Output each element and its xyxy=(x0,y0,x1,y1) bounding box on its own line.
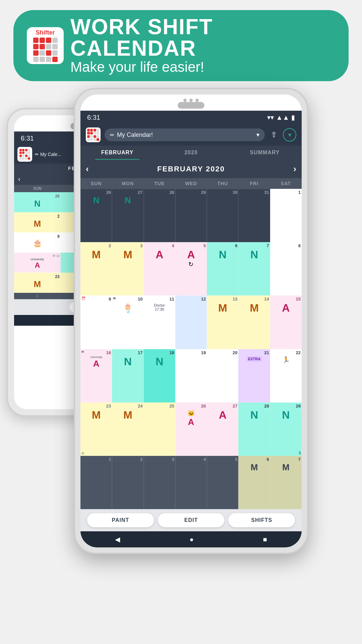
cal-cell-feb23[interactable]: ⚠ 23 M xyxy=(80,402,112,456)
cal-cell-mar2[interactable]: 2 xyxy=(112,456,143,509)
logo-cell xyxy=(33,38,39,43)
cal-cell-feb25[interactable]: 25 xyxy=(144,402,175,456)
cal-week-2: 2 M 3 M 4 A 5 A ↻ xyxy=(80,242,302,296)
back-cell-26[interactable]: 26 N xyxy=(14,192,61,212)
nav-home-icon[interactable]: ● xyxy=(189,536,193,543)
cal-cell-feb16[interactable]: ✉ 16 University A xyxy=(80,349,112,402)
cal-cell-feb8[interactable]: 8 xyxy=(270,242,302,296)
cal-cell-feb9[interactable]: ⏰ 9 xyxy=(80,296,112,349)
logo-cell xyxy=(52,44,58,49)
cal-cell-feb6[interactable]: 6 N xyxy=(207,242,238,296)
logo-cell-small xyxy=(87,132,90,135)
cal-cell-feb26[interactable]: 26 🐱 A xyxy=(175,402,207,456)
cal-cell-feb17[interactable]: 17 N xyxy=(112,349,143,402)
shifts-button[interactable]: SHIFTS xyxy=(228,513,295,527)
cal-cell-30[interactable]: 30 xyxy=(207,189,238,242)
cal-cell-feb27[interactable]: 27 A xyxy=(207,402,238,456)
cal-cell-mar7[interactable]: 7 M xyxy=(270,456,302,509)
logo-cell-small xyxy=(97,129,99,131)
cal-cell-mar1[interactable]: 1 xyxy=(80,456,112,509)
cal-cell-feb2[interactable]: 2 M xyxy=(80,242,112,296)
logo-cell-small xyxy=(28,155,30,157)
nav-recent-icon[interactable]: ■ xyxy=(263,536,267,543)
logo-cell-small xyxy=(19,152,22,154)
cal-cell-feb13[interactable]: 13 M xyxy=(207,296,238,349)
dh-fri: FRI xyxy=(238,178,270,189)
calendar-dropdown[interactable]: ✏ My Calendar! ▾ xyxy=(105,128,265,141)
fdot2 xyxy=(189,99,193,102)
logo-cell xyxy=(46,50,51,56)
cal-cell-mar6[interactable]: 6 M xyxy=(238,456,270,509)
share-button[interactable]: ⇧ xyxy=(269,128,279,141)
calendar-grid: 26 N 27 N 28 29 30 xyxy=(80,189,302,509)
logo-cell xyxy=(52,38,58,43)
logo-cell-small xyxy=(97,138,99,141)
prev-month-button[interactable]: ‹ xyxy=(86,164,89,174)
cal-cell-feb19[interactable]: 19 xyxy=(175,349,207,402)
header-banner: Shifter WORK SHIFT CALENDAR Make your li… xyxy=(13,10,349,81)
back-prev-arrow[interactable]: ‹ xyxy=(18,175,20,183)
logo-cell-small xyxy=(94,129,96,131)
logo-cell-small xyxy=(97,132,99,135)
cal-cell-feb1[interactable]: 1 xyxy=(270,189,302,242)
back-cell-23[interactable]: 23 M xyxy=(14,273,61,293)
shifter-logo: Shifter xyxy=(27,27,64,64)
cal-cell-feb4[interactable]: 4 A xyxy=(144,242,175,296)
logo-cell-small xyxy=(87,135,90,138)
back-cell-2[interactable]: 2 M xyxy=(14,212,61,232)
cal-cell-26[interactable]: 26 N xyxy=(80,189,112,242)
tab-summary[interactable]: SUMMARY xyxy=(228,146,302,160)
cal-cell-feb29[interactable]: 29 N $ xyxy=(270,402,302,456)
front-logo xyxy=(86,127,101,142)
signal-icon: ▲▲ xyxy=(276,114,289,121)
cal-cell-27[interactable]: 27 N xyxy=(112,189,143,242)
cal-cell-feb12[interactable]: 12 xyxy=(175,296,207,349)
logo-cell-small xyxy=(19,149,22,151)
tab-february[interactable]: FEBRUARY xyxy=(80,146,154,160)
next-month-button[interactable]: › xyxy=(293,164,296,174)
header-text-block: WORK SHIFT CALENDAR Make your life easie… xyxy=(70,16,335,75)
tab-2020[interactable]: 2020 xyxy=(154,146,228,160)
cal-cell-feb5[interactable]: 5 A ↻ xyxy=(175,242,207,296)
logo-grid xyxy=(33,38,58,62)
cal-cell-feb28[interactable]: 28 N xyxy=(238,402,270,456)
calendar-tabs: FEBRUARY 2020 SUMMARY xyxy=(80,146,302,160)
cal-cell-29[interactable]: 29 xyxy=(175,189,207,242)
logo-cell-small xyxy=(25,152,27,154)
cal-cell-feb18[interactable]: 18 N xyxy=(144,349,175,402)
cal-cell-feb10[interactable]: ✉ 10 🎂 🩺 xyxy=(112,296,143,349)
cal-cell-feb7[interactable]: 7 N xyxy=(238,242,270,296)
dh-wed: WED xyxy=(175,178,207,189)
cal-cell-28[interactable]: 28 xyxy=(144,189,175,242)
back-logo-grid xyxy=(19,149,31,160)
logo-cell xyxy=(33,44,39,49)
cal-cell-mar4[interactable]: 4 xyxy=(175,456,207,509)
logo-cell-small xyxy=(90,135,93,138)
logo-cell xyxy=(40,44,45,49)
cal-cell-mar3[interactable]: 3 xyxy=(144,456,175,509)
logo-cell-small xyxy=(94,135,96,138)
cal-cell-feb20[interactable]: 20 xyxy=(207,349,238,402)
cal-week-3: ⏰ 9 ✉ 10 🎂 🩺 11 Doctor17:30 12 xyxy=(80,296,302,349)
cal-cell-feb14[interactable]: 14 M xyxy=(238,296,270,349)
logo-cell xyxy=(52,57,58,62)
front-status-bar: 6:31 ▾▾ ▲▲ ▮ xyxy=(80,111,302,124)
nav-back-icon[interactable]: ◀ xyxy=(115,535,120,543)
cal-cell-feb11[interactable]: 11 Doctor17:30 xyxy=(144,296,175,349)
cal-cell-feb3[interactable]: 3 M xyxy=(112,242,143,296)
download-button[interactable]: ▾ xyxy=(283,128,296,142)
edit-button[interactable]: EDIT xyxy=(158,513,225,527)
cal-cell-feb24[interactable]: 24 M xyxy=(112,402,143,456)
cal-cell-feb22[interactable]: 22 🏃 xyxy=(270,349,302,402)
back-cell-16[interactable]: ✉ 16 University A xyxy=(14,253,61,273)
cal-cell-feb21[interactable]: 21 EXTRA xyxy=(238,349,270,402)
cal-cell-mar5[interactable]: 5 xyxy=(207,456,238,509)
paint-button[interactable]: PAINT xyxy=(87,513,154,527)
back-cell-9[interactable]: 9 🎂 xyxy=(14,232,61,253)
front-logo-grid xyxy=(87,129,100,141)
cal-cell-31[interactable]: 31 xyxy=(238,189,270,242)
calendar-name: My Calendar! xyxy=(117,131,254,139)
phones-area: 6:31 ◉ ✏ My Cale... FEBRUARY ‹ FEB › xyxy=(0,88,362,644)
dropdown-arrow-icon: ▾ xyxy=(256,131,259,139)
cal-cell-feb15[interactable]: 15 A xyxy=(270,296,302,349)
